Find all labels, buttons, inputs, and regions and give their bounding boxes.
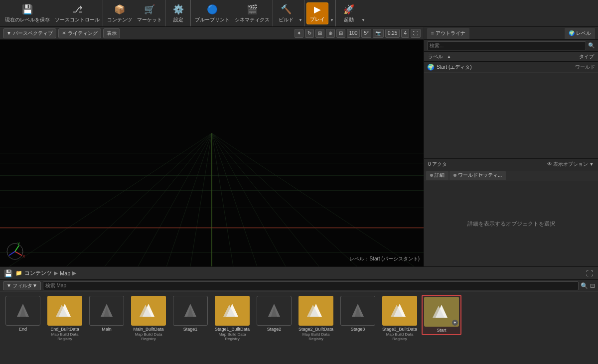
cb-item-thumb-stage2 xyxy=(257,296,292,326)
build-group: 🔨 ビルド ▼ xyxy=(274,0,304,26)
source-control-button[interactable]: ⎇ ソースコントロール xyxy=(53,2,102,24)
show-button[interactable]: 表示 xyxy=(103,28,120,38)
cb-item-stage2[interactable]: Stage2 xyxy=(254,295,294,333)
play-icon: ▶ xyxy=(311,4,324,15)
move-mode-button[interactable]: ✦ xyxy=(295,29,303,38)
surface-button[interactable]: ⊟ xyxy=(336,29,345,38)
outliner-content: 🌍 Start (エディタ) ワールド xyxy=(424,62,598,158)
cb-item-sub-end-built: Map Build Data Registry xyxy=(46,332,84,342)
display-options-button[interactable]: 👁 表示オプション ▼ xyxy=(547,161,594,168)
cb-search-icon[interactable]: 🔍 xyxy=(581,282,588,289)
actor-count: 0 アクタ xyxy=(428,161,447,168)
cb-item-stage3-built[interactable]: Stage3_BuiltData Map Build Data Registry xyxy=(380,295,420,343)
perspective-button[interactable]: ▼ パースペクティブ xyxy=(3,28,56,38)
level-info: レベル：Start (パーシスタント) xyxy=(349,255,420,262)
cb-item-sub-stage3-built: Map Build Data Registry xyxy=(381,332,419,342)
angle-value[interactable]: 5° xyxy=(361,29,371,38)
cb-item-thumb-stage1 xyxy=(173,296,208,326)
cb-save-icon[interactable]: 💾 xyxy=(4,269,12,277)
details-tab[interactable]: 詳細 xyxy=(426,171,448,180)
settings-icon: ⚙️ xyxy=(172,3,185,15)
cb-item-thumb-stage3 xyxy=(340,296,375,326)
search-icon: 🔍 xyxy=(588,42,595,49)
cb-item-end-built[interactable]: End_BuiltData Map Build Data Registry xyxy=(45,295,85,343)
outliner-row[interactable]: 🌍 Start (エディタ) ワールド xyxy=(424,62,598,73)
cb-item-sub-main-built: Map Build Data Registry xyxy=(130,332,167,342)
cb-item-name-stage3-built: Stage3_BuiltData xyxy=(381,327,419,332)
axes-indicator: X Y xyxy=(5,242,25,261)
cb-item-main[interactable]: Main xyxy=(87,295,127,333)
actor-label: Start (エディタ) xyxy=(437,64,573,71)
cb-item-end[interactable]: End xyxy=(3,295,43,333)
cb-item-thumb-stage2-built xyxy=(299,296,333,326)
cb-header: 💾 📁 コンテンツ ▶ Map ▶ ⛶ xyxy=(0,267,598,280)
cb-item-stage1[interactable]: Stage1 xyxy=(170,295,210,333)
launch-button[interactable]: 🚀 起動 xyxy=(338,2,360,24)
svg-text:X: X xyxy=(22,254,25,258)
actor-type: ワールド xyxy=(575,64,595,71)
play-dropdown-arrow[interactable]: ▼ xyxy=(329,2,334,24)
details-empty-text: 詳細を表示するオブジェクトを選択 xyxy=(467,220,555,228)
build-button[interactable]: 🔨 ビルド xyxy=(275,2,297,24)
details-content: 詳細を表示するオブジェクトを選択 xyxy=(424,181,598,267)
launch-dropdown-arrow[interactable]: ▼ xyxy=(361,2,366,24)
cb-item-main-built[interactable]: Main_BuiltData Map Build Data Registry xyxy=(129,295,168,343)
world-button[interactable]: ⊕ xyxy=(326,29,335,38)
scale-mode-button[interactable]: ⊞ xyxy=(315,29,324,38)
save-icon: 💾 xyxy=(21,3,34,15)
outliner-search-input[interactable] xyxy=(427,41,586,50)
build-dropdown-arrow[interactable]: ▼ xyxy=(298,2,303,24)
save-button[interactable]: 💾 現在のレベルを保存 xyxy=(3,2,52,24)
cb-item-name-stage3: Stage3 xyxy=(339,327,377,332)
play-button[interactable]: ▶ プレイ xyxy=(306,2,328,24)
level-tab-icon: 🌍 xyxy=(569,30,575,36)
folder-icon: 📁 xyxy=(15,270,22,276)
source-control-label: ソースコントロール xyxy=(55,16,100,23)
camera-icon[interactable]: 📷 xyxy=(373,29,384,38)
content-button[interactable]: 📦 コンテンツ xyxy=(105,2,134,24)
outliner-tab[interactable]: ≡ アウトライナ xyxy=(427,28,469,39)
rotate-mode-button[interactable]: ↻ xyxy=(305,29,314,38)
eye-icon: 👁 xyxy=(547,161,552,167)
filter-button[interactable]: ▼ フィルタ▼ xyxy=(3,281,41,290)
cb-item-thumb-main xyxy=(89,296,124,326)
svg-line-29 xyxy=(15,245,19,251)
world-settings-tab[interactable]: ワールドセッティ... xyxy=(449,171,506,180)
col-label-header[interactable]: ラベル xyxy=(424,53,447,60)
build-label: ビルド xyxy=(279,16,294,23)
cb-filter-icon[interactable]: ⊟ xyxy=(590,282,595,289)
cb-item-thumb-stage1-built xyxy=(215,296,250,326)
details-tab-bar: 詳細 ワールドセッティ... xyxy=(424,170,598,181)
world-settings-dot xyxy=(453,174,456,177)
cb-item-name-stage1: Stage1 xyxy=(171,327,209,332)
level-tab[interactable]: 🌍 レベル xyxy=(565,28,595,39)
cinematics-button[interactable]: 🎬 シネマティクス xyxy=(233,2,272,24)
cb-item-stage3[interactable]: Stage3 xyxy=(338,295,378,333)
outliner-columns: ラベル ▲ タイプ xyxy=(424,52,598,62)
add-icon: + xyxy=(452,320,458,326)
lighting-button[interactable]: ☀ ライティング xyxy=(58,28,101,38)
path-folder[interactable]: Map xyxy=(60,270,70,276)
path-root[interactable]: コンテンツ xyxy=(24,269,52,277)
details-dot xyxy=(430,174,433,177)
outliner-title: アウトライナ xyxy=(436,30,465,37)
cb-search-input[interactable] xyxy=(43,281,579,290)
settings-button[interactable]: ⚙️ 設定 xyxy=(167,2,189,24)
cb-item-sub-stage1-built: Map Build Data Registry xyxy=(213,332,251,342)
maximize-button[interactable]: ⛶ xyxy=(411,29,421,38)
cb-expand-button[interactable]: ⛶ xyxy=(585,268,594,278)
fov-value[interactable]: 100 xyxy=(347,29,360,38)
col-type-header[interactable]: タイプ xyxy=(575,53,598,60)
details-section: 詳細 ワールドセッティ... 詳細を表示するオブジェクトを選択 xyxy=(424,170,598,267)
cb-items-area: End End_BuiltData Map Build Data Registr… xyxy=(0,292,598,364)
cb-item-stage1-built[interactable]: Stage1_BuiltData Map Build Data Registry xyxy=(212,295,252,343)
cb-item-start[interactable]: + Start xyxy=(422,295,461,335)
settings-label: 設定 xyxy=(173,16,183,23)
speed-value[interactable]: 0.25 xyxy=(385,29,400,38)
grid-value[interactable]: 4 xyxy=(401,29,409,38)
market-button[interactable]: 🛒 マーケット xyxy=(135,2,164,24)
blueprint-button[interactable]: 🔵 ブループリント xyxy=(193,2,232,24)
3d-viewport[interactable]: レベル：Start (パーシスタント) X Y xyxy=(0,40,424,266)
cb-item-stage2-built[interactable]: Stage2_BuiltData Map Build Data Registry xyxy=(296,295,336,343)
perspective-icon: ▼ xyxy=(6,30,11,36)
